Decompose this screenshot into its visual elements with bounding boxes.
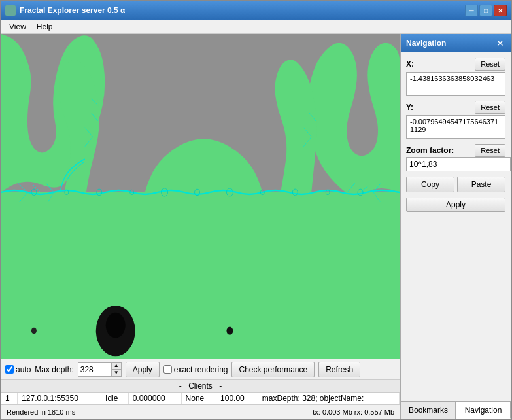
exact-rendering-checkbox[interactable] — [163, 365, 172, 374]
max-depth-decrement[interactable]: ▼ — [112, 369, 121, 376]
left-panel: auto Max depth: ▲ ▼ Apply exact renderin… — [1, 34, 400, 419]
zoom-field-group: Zoom factor: Reset ▲ ▼ — [406, 144, 505, 171]
paste-button[interactable]: Paste — [457, 177, 505, 192]
client-value: 0.000000 — [128, 393, 181, 404]
auto-checkbox-label[interactable]: auto — [5, 365, 31, 374]
title-bar: Fractal Explorer server 0.5 α ─ □ ✕ — [1, 1, 511, 20]
clients-section: -= Clients =- 1 127.0.0.1:55350 Idle 0.0… — [1, 379, 400, 404]
window-controls: ─ □ ✕ — [465, 5, 507, 16]
max-depth-input[interactable] — [78, 363, 111, 376]
tab-navigation[interactable]: Navigation — [456, 402, 511, 419]
navigation-header: Navigation ✕ — [401, 34, 511, 52]
check-performance-button[interactable]: Check performance — [231, 362, 315, 377]
y-value[interactable]: -0.007964945471756463711129 — [406, 115, 505, 139]
x-reset-button[interactable]: Reset — [475, 58, 505, 71]
main-area: auto Max depth: ▲ ▼ Apply exact renderin… — [1, 34, 511, 419]
navigation-panel: Navigation ✕ X: Reset -1.438163636385803… — [400, 34, 511, 419]
render-time: Rendered in 1810 ms — [7, 408, 75, 416]
tab-bookmarks[interactable]: Bookmarks — [401, 402, 456, 419]
x-field-group: X: Reset -1.4381636363858032463 — [406, 58, 505, 96]
exact-rendering-text: exact rendering — [174, 365, 228, 374]
max-depth-increment[interactable]: ▲ — [112, 363, 121, 370]
app-icon — [5, 5, 16, 16]
max-depth-spin-buttons: ▲ ▼ — [111, 363, 121, 376]
window-title: Fractal Explorer server 0.5 α — [20, 6, 465, 15]
clients-header: -= Clients =- — [1, 380, 400, 393]
y-label: Y: — [406, 103, 413, 112]
zoom-reset-button[interactable]: Reset — [475, 144, 505, 157]
y-field-group: Y: Reset -0.007964945471756463711129 — [406, 101, 505, 139]
client-status: Idle — [101, 393, 129, 404]
status-bar: Rendered in 1810 ms tx: 0.003 Mb rx: 0.5… — [1, 404, 400, 419]
menu-bar: View Help — [1, 20, 511, 34]
svg-point-25 — [31, 328, 37, 334]
client-percent: 100.00 — [216, 393, 258, 404]
transfer-stats: tx: 0.003 Mb rx: 0.557 Mb — [313, 408, 394, 416]
exact-rendering-label[interactable]: exact rendering — [163, 365, 228, 374]
svg-rect-1 — [1, 192, 400, 359]
bottom-tabs: Bookmarks Navigation — [401, 401, 511, 419]
menu-help[interactable]: Help — [31, 21, 58, 33]
max-depth-spinbox: ▲ ▼ — [78, 362, 122, 377]
minimize-button[interactable]: ─ — [465, 5, 478, 16]
copy-button[interactable]: Copy — [406, 177, 454, 192]
navigation-title: Navigation — [406, 39, 446, 48]
zoom-field-row: Zoom factor: Reset — [406, 144, 505, 157]
x-field-row: X: Reset — [406, 58, 505, 71]
table-row: 1 127.0.0.1:55350 Idle 0.000000 None 100… — [1, 393, 400, 404]
client-info: maxDepth: 328; objectName: — [258, 393, 399, 404]
y-field-row: Y: Reset — [406, 101, 505, 114]
svg-point-24 — [226, 327, 233, 335]
client-address: 127.0.0.1:55350 — [18, 393, 101, 404]
close-button[interactable]: ✕ — [494, 5, 507, 16]
nav-apply-button[interactable]: Apply — [406, 198, 505, 212]
client-num: 1 — [1, 393, 18, 404]
client-mode: None — [181, 393, 216, 404]
main-window: Fractal Explorer server 0.5 α ─ □ ✕ View… — [0, 0, 512, 420]
navigation-close-button[interactable]: ✕ — [495, 38, 505, 48]
zoom-input-row: ▲ ▼ — [406, 157, 505, 171]
x-value[interactable]: -1.4381636363858032463 — [406, 72, 505, 96]
zoom-input[interactable] — [406, 157, 511, 171]
max-depth-label: Max depth: — [35, 365, 73, 374]
auto-checkbox[interactable] — [5, 365, 14, 374]
controls-bar: auto Max depth: ▲ ▼ Apply exact renderin… — [1, 359, 400, 379]
menu-view[interactable]: View — [4, 21, 31, 33]
apply-button[interactable]: Apply — [126, 362, 160, 377]
svg-point-3 — [106, 313, 126, 338]
zoom-label: Zoom factor: — [406, 146, 454, 155]
navigation-content: X: Reset -1.4381636363858032463 Y: Reset… — [401, 52, 511, 401]
maximize-button[interactable]: □ — [479, 5, 492, 16]
x-label: X: — [406, 60, 414, 69]
fractal-canvas[interactable] — [1, 34, 400, 359]
refresh-button[interactable]: Refresh — [318, 362, 360, 377]
fractal-image — [1, 34, 400, 359]
auto-label: auto — [16, 365, 31, 374]
y-reset-button[interactable]: Reset — [475, 101, 505, 114]
copy-paste-row: Copy Paste — [406, 177, 505, 192]
clients-table: 1 127.0.0.1:55350 Idle 0.000000 None 100… — [1, 393, 400, 404]
